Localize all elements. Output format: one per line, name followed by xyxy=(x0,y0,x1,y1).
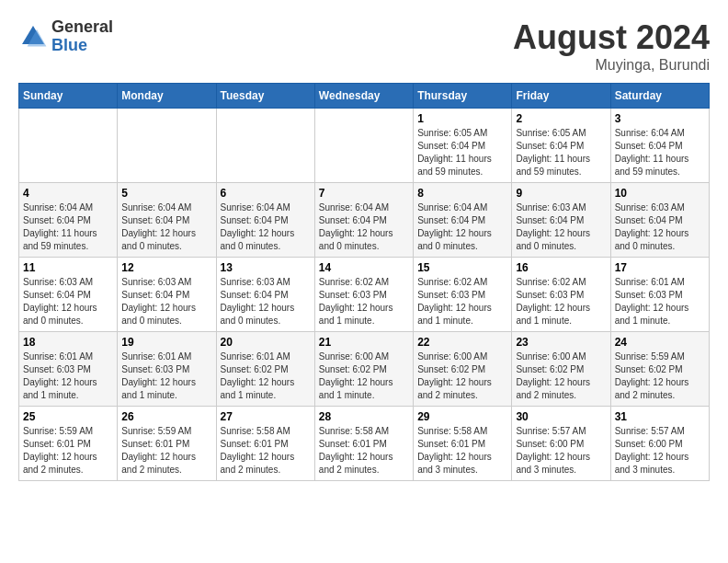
day-number: 28 xyxy=(319,410,409,423)
day-number: 5 xyxy=(121,187,211,200)
day-number: 24 xyxy=(615,336,705,349)
calendar-cell: 27Sunrise: 5:58 AM Sunset: 6:01 PM Dayli… xyxy=(216,407,314,481)
calendar-cell: 4Sunrise: 6:04 AM Sunset: 6:04 PM Daylig… xyxy=(19,183,118,258)
day-number: 17 xyxy=(615,261,705,274)
day-number: 18 xyxy=(23,336,113,349)
logo-blue-text: Blue xyxy=(51,37,113,55)
calendar-cell: 22Sunrise: 6:00 AM Sunset: 6:02 PM Dayli… xyxy=(414,332,512,407)
day-number: 16 xyxy=(516,261,606,274)
calendar-cell: 15Sunrise: 6:02 AM Sunset: 6:03 PM Dayli… xyxy=(414,258,512,332)
day-info: Sunrise: 6:04 AM Sunset: 6:04 PM Dayligh… xyxy=(417,201,507,253)
calendar-cell: 12Sunrise: 6:03 AM Sunset: 6:04 PM Dayli… xyxy=(118,258,216,332)
calendar-table: SundayMondayTuesdayWednesdayThursdayFrid… xyxy=(18,83,710,481)
calendar-cell: 1Sunrise: 6:05 AM Sunset: 6:04 PM Daylig… xyxy=(414,109,512,183)
calendar-cell: 6Sunrise: 6:04 AM Sunset: 6:04 PM Daylig… xyxy=(216,183,314,258)
calendar-cell xyxy=(118,109,216,183)
day-header-thursday: Thursday xyxy=(414,84,512,109)
day-number: 1 xyxy=(417,112,507,125)
calendar-cell: 13Sunrise: 6:03 AM Sunset: 6:04 PM Dayli… xyxy=(216,258,314,332)
calendar-cell: 25Sunrise: 5:59 AM Sunset: 6:01 PM Dayli… xyxy=(19,407,118,481)
day-info: Sunrise: 6:04 AM Sunset: 6:04 PM Dayligh… xyxy=(121,201,211,253)
day-info: Sunrise: 6:01 AM Sunset: 6:03 PM Dayligh… xyxy=(23,350,113,402)
day-number: 12 xyxy=(121,261,211,274)
day-number: 20 xyxy=(221,336,311,349)
calendar-week-3: 11Sunrise: 6:03 AM Sunset: 6:04 PM Dayli… xyxy=(19,258,710,332)
day-info: Sunrise: 6:01 AM Sunset: 6:03 PM Dayligh… xyxy=(615,276,705,327)
day-info: Sunrise: 6:04 AM Sunset: 6:04 PM Dayligh… xyxy=(615,127,705,178)
calendar-week-5: 25Sunrise: 5:59 AM Sunset: 6:01 PM Dayli… xyxy=(19,407,710,481)
logo-text: General Blue xyxy=(51,18,113,55)
calendar-cell: 14Sunrise: 6:02 AM Sunset: 6:03 PM Dayli… xyxy=(314,258,413,332)
calendar-cell: 17Sunrise: 6:01 AM Sunset: 6:03 PM Dayli… xyxy=(610,258,709,332)
day-number: 26 xyxy=(121,410,211,423)
calendar-cell: 23Sunrise: 6:00 AM Sunset: 6:02 PM Dayli… xyxy=(512,332,610,407)
day-number: 13 xyxy=(221,261,311,274)
calendar-cell xyxy=(216,109,314,183)
calendar-cell: 30Sunrise: 5:57 AM Sunset: 6:00 PM Dayli… xyxy=(512,407,610,481)
calendar-cell: 31Sunrise: 5:57 AM Sunset: 6:00 PM Dayli… xyxy=(610,407,709,481)
day-info: Sunrise: 6:04 AM Sunset: 6:04 PM Dayligh… xyxy=(319,201,409,253)
calendar-cell: 19Sunrise: 6:01 AM Sunset: 6:03 PM Dayli… xyxy=(118,332,216,407)
calendar-cell: 11Sunrise: 6:03 AM Sunset: 6:04 PM Dayli… xyxy=(19,258,118,332)
day-info: Sunrise: 6:01 AM Sunset: 6:02 PM Dayligh… xyxy=(221,350,311,402)
calendar-cell: 18Sunrise: 6:01 AM Sunset: 6:03 PM Dayli… xyxy=(19,332,118,407)
calendar-week-4: 18Sunrise: 6:01 AM Sunset: 6:03 PM Dayli… xyxy=(19,332,710,407)
calendar-cell: 20Sunrise: 6:01 AM Sunset: 6:02 PM Dayli… xyxy=(216,332,314,407)
day-info: Sunrise: 5:58 AM Sunset: 6:01 PM Dayligh… xyxy=(221,425,311,477)
day-number: 21 xyxy=(319,336,409,349)
day-number: 4 xyxy=(23,187,113,200)
day-info: Sunrise: 6:03 AM Sunset: 6:04 PM Dayligh… xyxy=(23,276,113,327)
calendar-cell: 16Sunrise: 6:02 AM Sunset: 6:03 PM Dayli… xyxy=(512,258,610,332)
day-number: 22 xyxy=(417,336,507,349)
day-info: Sunrise: 5:59 AM Sunset: 6:01 PM Dayligh… xyxy=(121,425,211,477)
day-number: 6 xyxy=(221,187,311,200)
day-info: Sunrise: 6:04 AM Sunset: 6:04 PM Dayligh… xyxy=(221,201,311,253)
calendar-cell: 3Sunrise: 6:04 AM Sunset: 6:04 PM Daylig… xyxy=(610,109,709,183)
calendar-cell: 26Sunrise: 5:59 AM Sunset: 6:01 PM Dayli… xyxy=(118,407,216,481)
day-info: Sunrise: 6:01 AM Sunset: 6:03 PM Dayligh… xyxy=(121,350,211,402)
day-info: Sunrise: 6:03 AM Sunset: 6:04 PM Dayligh… xyxy=(121,276,211,327)
day-number: 23 xyxy=(516,336,606,349)
day-number: 10 xyxy=(615,187,705,200)
day-number: 29 xyxy=(417,410,507,423)
day-info: Sunrise: 6:00 AM Sunset: 6:02 PM Dayligh… xyxy=(319,350,409,402)
day-info: Sunrise: 6:00 AM Sunset: 6:02 PM Dayligh… xyxy=(417,350,507,402)
day-info: Sunrise: 6:02 AM Sunset: 6:03 PM Dayligh… xyxy=(516,276,606,327)
day-info: Sunrise: 6:02 AM Sunset: 6:03 PM Dayligh… xyxy=(417,276,507,327)
day-header-tuesday: Tuesday xyxy=(216,84,314,109)
logo-general-text: General xyxy=(51,18,113,37)
calendar-cell: 2Sunrise: 6:05 AM Sunset: 6:04 PM Daylig… xyxy=(512,109,610,183)
day-number: 7 xyxy=(319,187,409,200)
calendar-cell: 9Sunrise: 6:03 AM Sunset: 6:04 PM Daylig… xyxy=(512,183,610,258)
day-header-monday: Monday xyxy=(118,84,216,109)
day-number: 14 xyxy=(319,261,409,274)
day-number: 9 xyxy=(516,187,606,200)
day-info: Sunrise: 5:59 AM Sunset: 6:02 PM Dayligh… xyxy=(615,350,705,402)
day-header-wednesday: Wednesday xyxy=(314,84,413,109)
day-number: 11 xyxy=(23,261,113,274)
day-info: Sunrise: 5:58 AM Sunset: 6:01 PM Dayligh… xyxy=(417,425,507,477)
logo: General Blue xyxy=(18,18,113,55)
day-header-sunday: Sunday xyxy=(19,84,118,109)
calendar-cell xyxy=(314,109,413,183)
title-block: August 2024 Muyinga, Burundi xyxy=(513,18,710,74)
day-info: Sunrise: 6:04 AM Sunset: 6:04 PM Dayligh… xyxy=(23,201,113,253)
day-number: 25 xyxy=(23,410,113,423)
day-number: 2 xyxy=(516,112,606,125)
day-info: Sunrise: 6:05 AM Sunset: 6:04 PM Dayligh… xyxy=(516,127,606,178)
day-info: Sunrise: 6:05 AM Sunset: 6:04 PM Dayligh… xyxy=(417,127,507,178)
calendar-cell: 21Sunrise: 6:00 AM Sunset: 6:02 PM Dayli… xyxy=(314,332,413,407)
month-year: August 2024 xyxy=(513,18,710,57)
calendar-cell xyxy=(19,109,118,183)
day-header-friday: Friday xyxy=(512,84,610,109)
day-info: Sunrise: 6:00 AM Sunset: 6:02 PM Dayligh… xyxy=(516,350,606,402)
day-number: 15 xyxy=(417,261,507,274)
day-info: Sunrise: 6:03 AM Sunset: 6:04 PM Dayligh… xyxy=(516,201,606,253)
day-info: Sunrise: 6:02 AM Sunset: 6:03 PM Dayligh… xyxy=(319,276,409,327)
day-header-saturday: Saturday xyxy=(610,84,709,109)
day-number: 19 xyxy=(121,336,211,349)
calendar-cell: 7Sunrise: 6:04 AM Sunset: 6:04 PM Daylig… xyxy=(314,183,413,258)
day-info: Sunrise: 6:03 AM Sunset: 6:04 PM Dayligh… xyxy=(615,201,705,253)
day-info: Sunrise: 5:57 AM Sunset: 6:00 PM Dayligh… xyxy=(516,425,606,477)
day-number: 3 xyxy=(615,112,705,125)
